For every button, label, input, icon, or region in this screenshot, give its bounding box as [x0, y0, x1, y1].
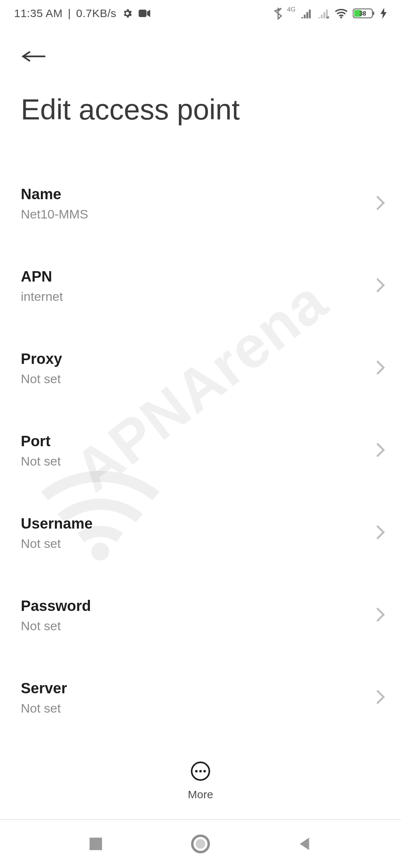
- arrow-left-icon: [21, 49, 47, 64]
- item-value: Not set: [21, 536, 364, 551]
- signal-primary-icon: [300, 8, 313, 19]
- wifi-icon: [334, 8, 348, 19]
- svg-rect-10: [90, 838, 102, 850]
- system-nav-bar: [0, 820, 401, 868]
- status-bar: 11:35 AM | 0.7KB/s 4G 38: [0, 0, 401, 27]
- more-icon: [190, 761, 211, 783]
- item-label: Port: [21, 433, 364, 450]
- header: Edit access point: [0, 27, 401, 126]
- chevron-right-icon: [376, 525, 385, 541]
- charging-icon: [380, 8, 387, 19]
- nav-home-button[interactable]: [191, 834, 210, 854]
- chevron-right-icon: [376, 360, 385, 377]
- camera-icon: [138, 9, 151, 18]
- svg-point-8: [199, 770, 202, 773]
- battery-percentage: 38: [359, 10, 366, 17]
- item-value: Not set: [21, 619, 364, 633]
- item-password[interactable]: Password Not set: [0, 582, 401, 649]
- battery-icon: 38: [353, 8, 376, 19]
- item-value: internet: [21, 289, 364, 304]
- nav-back-button[interactable]: [297, 836, 313, 852]
- item-label: Name: [21, 186, 364, 203]
- status-left: 11:35 AM | 0.7KB/s: [14, 7, 151, 20]
- item-value: Not set: [21, 372, 364, 386]
- svg-point-7: [195, 770, 198, 773]
- item-username[interactable]: Username Not set: [0, 500, 401, 566]
- item-proxy[interactable]: Proxy Not set: [0, 335, 401, 402]
- item-server[interactable]: Server Not set: [0, 664, 401, 731]
- svg-point-1: [340, 17, 342, 19]
- item-name[interactable]: Name Net10-MMS: [0, 170, 401, 237]
- chevron-right-icon: [376, 607, 385, 624]
- page-title: Edit access point: [21, 93, 380, 126]
- item-label: Username: [21, 515, 364, 532]
- chevron-right-icon: [376, 443, 385, 459]
- back-button[interactable]: [21, 42, 50, 71]
- svg-point-9: [203, 770, 206, 773]
- chevron-right-icon: [376, 278, 385, 294]
- item-label: Proxy: [21, 351, 364, 367]
- status-time: 11:35 AM: [14, 7, 63, 20]
- signal-secondary-icon: [317, 8, 330, 19]
- svg-rect-4: [373, 11, 374, 15]
- more-label: More: [188, 788, 213, 801]
- chevron-right-icon: [376, 690, 385, 706]
- item-label: APN: [21, 268, 364, 285]
- chevron-right-icon: [376, 195, 385, 212]
- settings-list: Name Net10-MMS APN internet Proxy Not se…: [0, 170, 401, 745]
- status-netspeed: 0.7KB/s: [76, 7, 117, 20]
- svg-point-12: [196, 839, 205, 849]
- status-right: 4G 38: [274, 7, 387, 20]
- status-sep: |: [68, 7, 71, 20]
- more-button[interactable]: More: [188, 761, 213, 801]
- item-port[interactable]: Port Not set: [0, 417, 401, 484]
- content-scroll[interactable]: APNArena Edit access point Name Net10-MM…: [0, 27, 401, 745]
- bottom-action-bar: More: [0, 742, 401, 820]
- item-value: Not set: [21, 701, 364, 716]
- item-label: Password: [21, 598, 364, 614]
- svg-rect-0: [138, 10, 146, 17]
- item-apn[interactable]: APN internet: [0, 253, 401, 319]
- bluetooth-icon: [274, 7, 283, 20]
- gear-icon: [122, 8, 133, 19]
- nav-recents-button[interactable]: [88, 836, 104, 852]
- item-value: Net10-MMS: [21, 207, 364, 221]
- item-value: Not set: [21, 454, 364, 468]
- item-label: Server: [21, 680, 364, 697]
- network-type-label: 4G: [287, 6, 296, 13]
